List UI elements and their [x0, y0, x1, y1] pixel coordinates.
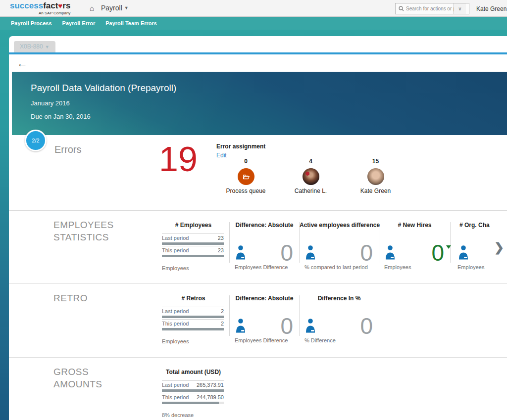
bar-track [162, 255, 224, 257]
kpi-tile-retros[interactable]: # Retros Last period2 This period2 Emplo… [157, 284, 229, 357]
tile-footer: Employees [162, 265, 224, 271]
row-label: This period [162, 394, 189, 400]
module-nav: Payroll Process Payroll Error Payroll Te… [0, 17, 507, 30]
avatar-catherine[interactable] [303, 168, 319, 185]
tile-footer: 8% decrease [162, 412, 224, 418]
assignee-count: 0 [213, 158, 278, 165]
chevron-down-icon: ▼ [124, 5, 129, 10]
kpi-value: 0 [431, 240, 444, 266]
bar [162, 328, 224, 330]
kpi-value-positive: 0 [431, 243, 444, 262]
search-input[interactable] [406, 6, 454, 11]
carousel-next-icon[interactable]: ❯ [494, 240, 504, 254]
assignee-kate: 15 Kate Green [343, 158, 408, 194]
tab-bar: X0B-880▼ [9, 36, 507, 54]
section-columns: Total amount (USD) Last period265,373.91… [157, 358, 507, 420]
user-menu[interactable]: Kate Green [476, 5, 507, 12]
section-title: RETRO [53, 292, 120, 304]
employee-minus-icon [235, 318, 247, 335]
banner-due-date: Due on Jan 30, 2016 [31, 113, 91, 120]
assignee-name: Kate Green [343, 187, 408, 194]
module-selector[interactable]: Payroll▼ [101, 4, 129, 12]
tile-title: Difference In % [300, 295, 379, 302]
bar-track [162, 242, 224, 245]
kpi-tile-new-hires[interactable]: # New Hires 0 Employees [379, 211, 450, 283]
nav-item-payroll-process[interactable]: Payroll Process [11, 20, 52, 26]
nav-item-payroll-error[interactable]: Payroll Error [62, 20, 96, 26]
home-icon[interactable]: ⌂ [90, 4, 94, 12]
top-header: successfact♥rs An SAP Company ⌂ Payroll▼… [0, 0, 507, 17]
tile-title: Difference: Absolute [230, 295, 299, 302]
row-label: This period [162, 321, 189, 327]
assignee-catherine: 4 Catherine L. [278, 158, 343, 194]
section-title: EMPLOYEES STATISTICS [53, 219, 120, 243]
assignee-name: Catherine L. [278, 187, 343, 194]
row-label: Last period [162, 308, 189, 314]
action-search[interactable]: ∨ [395, 3, 469, 14]
row-label: This period [162, 247, 189, 253]
bar-track [162, 402, 224, 404]
section-columns: # Retros Last period2 This period2 Emplo… [157, 284, 507, 357]
table-row: Last period2 [162, 307, 224, 314]
assignee-name: Process queue [213, 187, 278, 194]
section-employees-statistics: EMPLOYEES STATISTICS # Employees Last pe… [9, 210, 507, 283]
kpi-label: Employees Difference [235, 337, 288, 343]
back-button[interactable]: ← [17, 58, 28, 68]
row-value: 265,373.91 [197, 382, 224, 388]
period-table: Last period2 This period2 Employees [162, 307, 224, 344]
errors-count: 19 [159, 142, 198, 177]
row-value: 2 [221, 308, 224, 314]
row-label: Last period [162, 382, 189, 388]
bar [162, 316, 224, 318]
search-scope-dropdown[interactable]: ∨ [454, 3, 466, 14]
section-retro: RETRO # Retros Last period2 This period2… [9, 283, 507, 357]
tile-title: # Org. Cha [451, 222, 507, 229]
table-row: Last period265,373.91 [162, 380, 224, 388]
kpi-value: 0 [280, 243, 293, 262]
tile-title: Difference: Absolute [230, 222, 299, 229]
kpi-tile-difference-absolute[interactable]: Difference: Absolute 0 Employees Differe… [230, 211, 299, 283]
kpi-tile-retro-difference-absolute[interactable]: Difference: Absolute 0 Employees Differe… [230, 284, 299, 357]
assignee-list: 0 Process queue 4 Catherine L. 15 Kate G… [213, 158, 408, 194]
row-value: 23 [218, 247, 224, 253]
process-banner: Payroll Data Validation (Prepayroll) Jan… [12, 72, 507, 135]
module-selector-label: Payroll [101, 4, 122, 12]
kpi-label: Employees [384, 264, 411, 270]
step-badge: 2/2 [25, 130, 47, 151]
process-queue-icon[interactable] [238, 168, 254, 185]
kpi-label: % compared to last period [304, 264, 368, 270]
successfactors-logo: successfact♥rs An SAP Company [10, 1, 70, 17]
avatar-kate[interactable] [367, 168, 384, 185]
table-row: Last period23 [162, 233, 224, 241]
employee-minus-icon [235, 244, 247, 262]
bar [162, 402, 219, 404]
kpi-tile-retro-difference-percent[interactable]: Difference In % 0 % Difference [300, 284, 379, 357]
kpi-label: Employees Difference [235, 264, 288, 270]
kpi-tile-total-amount[interactable]: Total amount (USD) Last period265,373.91… [157, 358, 229, 420]
row-value: 23 [218, 235, 224, 241]
banner-title: Payroll Data Validation (Prepayroll) [31, 83, 176, 93]
bar [162, 255, 224, 257]
nav-item-payroll-team-errors[interactable]: Payroll Team Errors [105, 20, 157, 26]
bar-track [162, 316, 224, 318]
kpi-tile-active-employees-difference[interactable]: Active employees difference 0 % compared… [300, 211, 379, 283]
bar-track [162, 389, 224, 392]
tile-title: Active employees difference [300, 222, 379, 229]
employee-minus-icon [384, 244, 396, 262]
section-columns: # Employees Last period23 This period23 … [157, 211, 507, 283]
employee-minus-icon [457, 244, 469, 262]
employee-minus-icon [304, 244, 316, 262]
tab-x0b-880[interactable]: X0B-880▼ [14, 41, 55, 52]
content-card: X0B-880▼ ← Payroll Data Validation (Prep… [9, 36, 507, 420]
kpi-value: 0 [280, 317, 293, 335]
kpi-tile-employees[interactable]: # Employees Last period23 This period23 … [157, 211, 229, 283]
tile-title: # Retros [157, 295, 229, 302]
row-value: 2 [221, 321, 224, 327]
period-table: Last period265,373.91 This period244,789… [162, 380, 224, 418]
chevron-down-icon: ▼ [45, 45, 50, 49]
assignee-count: 15 [343, 158, 408, 165]
tile-title: # New Hires [379, 222, 450, 229]
search-icon [399, 4, 404, 13]
tile-footer: Employees [162, 338, 224, 344]
section-gross-amounts: GROSS AMOUNTS Total amount (USD) Last pe… [9, 357, 507, 420]
